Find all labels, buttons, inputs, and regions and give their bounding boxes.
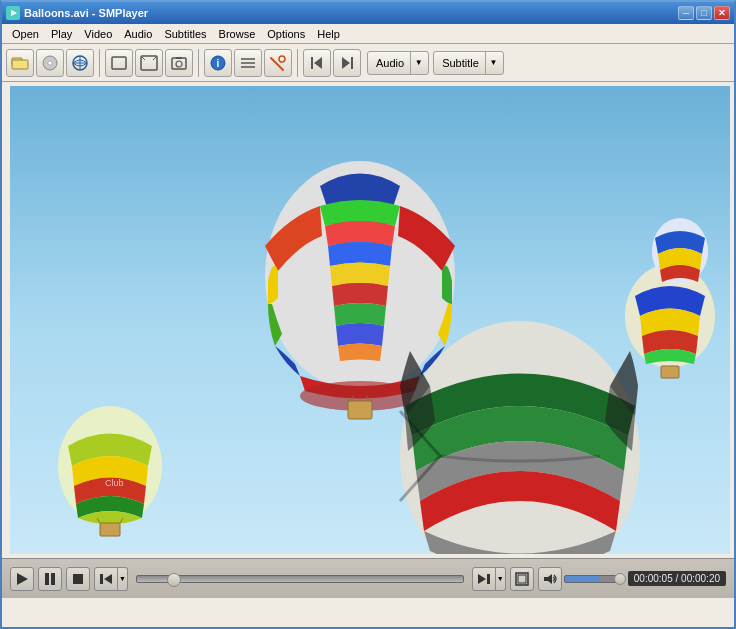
- stop-button[interactable]: [66, 567, 90, 591]
- subtitle-dropdown[interactable]: Subtitle ▼: [433, 51, 504, 75]
- next-chapter-button[interactable]: [333, 49, 361, 77]
- close-button[interactable]: ✕: [714, 6, 730, 20]
- next-arrow[interactable]: ▼: [496, 567, 506, 591]
- controlbar: ▼ ▼: [2, 558, 734, 598]
- svg-point-15: [176, 61, 182, 67]
- svg-rect-48: [45, 573, 49, 585]
- svg-rect-38: [100, 523, 120, 536]
- svg-rect-3: [12, 60, 28, 69]
- audio-dropdown[interactable]: Audio ▼: [367, 51, 429, 75]
- svg-rect-50: [73, 574, 83, 584]
- next-button[interactable]: [472, 567, 496, 591]
- separator-3: [297, 49, 298, 77]
- svg-rect-49: [51, 573, 55, 585]
- menu-open[interactable]: Open: [6, 26, 45, 42]
- prev-chapter-button[interactable]: [303, 49, 331, 77]
- svg-rect-16: [176, 57, 182, 59]
- separator-2: [198, 49, 199, 77]
- toolbar: i: [2, 44, 734, 82]
- pause-button[interactable]: [38, 567, 62, 591]
- prev-button[interactable]: [94, 567, 118, 591]
- svg-point-5: [48, 61, 52, 65]
- mute-button[interactable]: [538, 567, 562, 591]
- subtitle-dropdown-arrow[interactable]: ▼: [485, 52, 501, 74]
- open-toolbar-button[interactable]: [6, 49, 34, 77]
- playlist-button[interactable]: [234, 49, 262, 77]
- menu-audio[interactable]: Audio: [118, 26, 158, 42]
- svg-rect-54: [487, 574, 490, 584]
- titlebar-left: Balloons.avi - SMPlayer: [6, 6, 148, 20]
- svg-marker-53: [478, 574, 486, 584]
- maximize-button[interactable]: □: [696, 6, 712, 20]
- seekbar[interactable]: [136, 575, 464, 583]
- main-window: Balloons.avi - SMPlayer ─ □ ✕ Open Play …: [0, 0, 736, 629]
- svg-rect-10: [112, 57, 126, 69]
- svg-rect-56: [518, 575, 526, 583]
- svg-marker-24: [314, 57, 322, 69]
- menu-browse[interactable]: Browse: [213, 26, 262, 42]
- separator-1: [99, 49, 100, 77]
- url-toolbar-button[interactable]: [66, 49, 94, 77]
- menu-play[interactable]: Play: [45, 26, 78, 42]
- normal-view-button[interactable]: [105, 49, 133, 77]
- balloons-svg: Club: [10, 86, 730, 554]
- menu-video[interactable]: Video: [78, 26, 118, 42]
- app-icon: [6, 6, 20, 20]
- svg-rect-52: [100, 574, 103, 584]
- menubar: Open Play Video Audio Subtitles Browse O…: [2, 24, 734, 44]
- video-area[interactable]: Club: [10, 86, 730, 554]
- svg-line-22: [271, 58, 283, 70]
- svg-marker-51: [104, 574, 112, 584]
- volume-area: [538, 567, 624, 591]
- screenshot-button[interactable]: [165, 49, 193, 77]
- svg-rect-25: [311, 57, 313, 69]
- prev-button-group: ▼: [94, 567, 128, 591]
- dvd-toolbar-button[interactable]: [36, 49, 64, 77]
- preferences-button[interactable]: [264, 49, 292, 77]
- audio-dropdown-arrow[interactable]: ▼: [410, 52, 426, 74]
- menu-options[interactable]: Options: [261, 26, 311, 42]
- svg-rect-27: [351, 57, 353, 69]
- volume-thumb[interactable]: [614, 573, 626, 585]
- menu-subtitles[interactable]: Subtitles: [158, 26, 212, 42]
- titlebar-controls: ─ □ ✕: [678, 6, 730, 20]
- balloon-container: Club: [10, 86, 730, 554]
- svg-rect-31: [348, 401, 372, 419]
- volume-bar[interactable]: [564, 575, 624, 583]
- svg-rect-35: [661, 366, 679, 378]
- window-title: Balloons.avi - SMPlayer: [24, 7, 148, 19]
- prev-arrow[interactable]: ▼: [118, 567, 128, 591]
- play-button[interactable]: [10, 567, 34, 591]
- time-display: 00:00:05 / 00:00:20: [628, 571, 726, 586]
- info-button[interactable]: i: [204, 49, 232, 77]
- svg-marker-47: [17, 573, 28, 585]
- svg-marker-57: [544, 574, 552, 584]
- seekbar-thumb[interactable]: [167, 573, 181, 587]
- next-button-group: ▼: [472, 567, 506, 591]
- svg-text:Club: Club: [105, 478, 124, 488]
- minimize-button[interactable]: ─: [678, 6, 694, 20]
- dropdown-group: Audio ▼ Subtitle ▼: [367, 51, 504, 75]
- fullscreen-view-button[interactable]: [135, 49, 163, 77]
- titlebar: Balloons.avi - SMPlayer ─ □ ✕: [2, 2, 734, 24]
- svg-marker-26: [342, 57, 350, 69]
- svg-text:i: i: [217, 58, 220, 69]
- fullscreen-button[interactable]: [510, 567, 534, 591]
- menu-help[interactable]: Help: [311, 26, 346, 42]
- svg-point-23: [279, 56, 285, 62]
